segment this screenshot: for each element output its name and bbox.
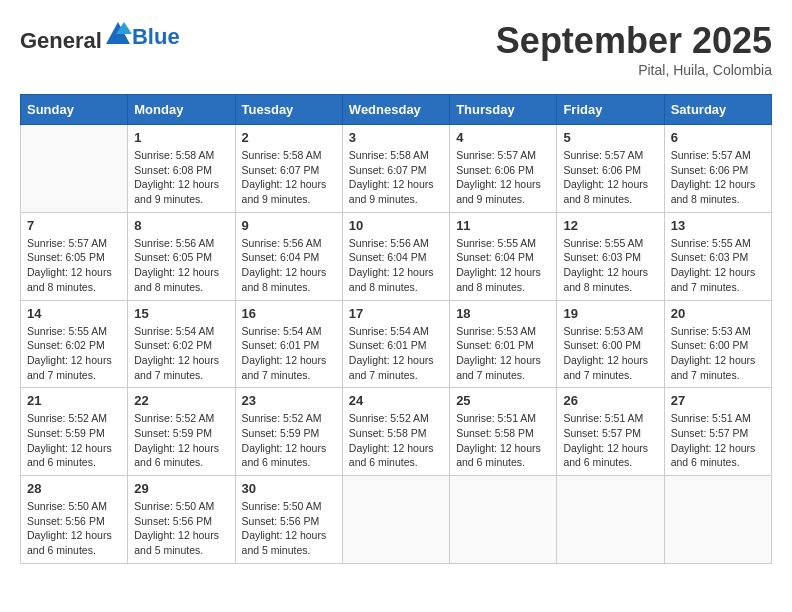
cell-info: Sunrise: 5:52 AM Sunset: 5:59 PM Dayligh…: [27, 411, 121, 470]
cell-info: Sunrise: 5:53 AM Sunset: 6:00 PM Dayligh…: [671, 324, 765, 383]
cell-info: Sunrise: 5:55 AM Sunset: 6:03 PM Dayligh…: [671, 236, 765, 295]
calendar-cell: [450, 476, 557, 564]
cell-info: Sunrise: 5:50 AM Sunset: 5:56 PM Dayligh…: [27, 499, 121, 558]
calendar-cell: 5Sunrise: 5:57 AM Sunset: 6:06 PM Daylig…: [557, 125, 664, 213]
day-number: 27: [671, 393, 765, 408]
cell-info: Sunrise: 5:57 AM Sunset: 6:05 PM Dayligh…: [27, 236, 121, 295]
calendar-cell: 12Sunrise: 5:55 AM Sunset: 6:03 PM Dayli…: [557, 212, 664, 300]
cell-info: Sunrise: 5:56 AM Sunset: 6:04 PM Dayligh…: [242, 236, 336, 295]
cell-info: Sunrise: 5:56 AM Sunset: 6:05 PM Dayligh…: [134, 236, 228, 295]
cell-info: Sunrise: 5:53 AM Sunset: 6:00 PM Dayligh…: [563, 324, 657, 383]
day-number: 29: [134, 481, 228, 496]
calendar-cell: 10Sunrise: 5:56 AM Sunset: 6:04 PM Dayli…: [342, 212, 449, 300]
day-number: 6: [671, 130, 765, 145]
cell-info: Sunrise: 5:57 AM Sunset: 6:06 PM Dayligh…: [563, 148, 657, 207]
day-number: 4: [456, 130, 550, 145]
day-number: 22: [134, 393, 228, 408]
day-number: 15: [134, 306, 228, 321]
calendar-cell: 4Sunrise: 5:57 AM Sunset: 6:06 PM Daylig…: [450, 125, 557, 213]
week-row-4: 28Sunrise: 5:50 AM Sunset: 5:56 PM Dayli…: [21, 476, 772, 564]
header-sunday: Sunday: [21, 95, 128, 125]
cell-info: Sunrise: 5:51 AM Sunset: 5:57 PM Dayligh…: [671, 411, 765, 470]
cell-info: Sunrise: 5:58 AM Sunset: 6:08 PM Dayligh…: [134, 148, 228, 207]
logo-general: General: [20, 28, 102, 53]
cell-info: Sunrise: 5:54 AM Sunset: 6:02 PM Dayligh…: [134, 324, 228, 383]
week-row-1: 7Sunrise: 5:57 AM Sunset: 6:05 PM Daylig…: [21, 212, 772, 300]
cell-info: Sunrise: 5:55 AM Sunset: 6:02 PM Dayligh…: [27, 324, 121, 383]
day-number: 13: [671, 218, 765, 233]
day-number: 16: [242, 306, 336, 321]
day-number: 19: [563, 306, 657, 321]
calendar-table: SundayMondayTuesdayWednesdayThursdayFrid…: [20, 94, 772, 564]
calendar-cell: 25Sunrise: 5:51 AM Sunset: 5:58 PM Dayli…: [450, 388, 557, 476]
page-header: General Blue September 2025 Pital, Huila…: [20, 20, 772, 78]
day-number: 28: [27, 481, 121, 496]
calendar-cell: 20Sunrise: 5:53 AM Sunset: 6:00 PM Dayli…: [664, 300, 771, 388]
week-row-3: 21Sunrise: 5:52 AM Sunset: 5:59 PM Dayli…: [21, 388, 772, 476]
day-number: 2: [242, 130, 336, 145]
day-number: 9: [242, 218, 336, 233]
cell-info: Sunrise: 5:57 AM Sunset: 6:06 PM Dayligh…: [456, 148, 550, 207]
calendar-cell: 22Sunrise: 5:52 AM Sunset: 5:59 PM Dayli…: [128, 388, 235, 476]
day-number: 23: [242, 393, 336, 408]
cell-info: Sunrise: 5:55 AM Sunset: 6:04 PM Dayligh…: [456, 236, 550, 295]
day-number: 24: [349, 393, 443, 408]
calendar-cell: 11Sunrise: 5:55 AM Sunset: 6:04 PM Dayli…: [450, 212, 557, 300]
calendar-cell: 3Sunrise: 5:58 AM Sunset: 6:07 PM Daylig…: [342, 125, 449, 213]
calendar-cell: 19Sunrise: 5:53 AM Sunset: 6:00 PM Dayli…: [557, 300, 664, 388]
calendar-cell: 27Sunrise: 5:51 AM Sunset: 5:57 PM Dayli…: [664, 388, 771, 476]
calendar-cell: [21, 125, 128, 213]
cell-info: Sunrise: 5:54 AM Sunset: 6:01 PM Dayligh…: [349, 324, 443, 383]
calendar-cell: 2Sunrise: 5:58 AM Sunset: 6:07 PM Daylig…: [235, 125, 342, 213]
month-title: September 2025: [496, 20, 772, 62]
calendar-cell: 14Sunrise: 5:55 AM Sunset: 6:02 PM Dayli…: [21, 300, 128, 388]
title-block: September 2025 Pital, Huila, Colombia: [496, 20, 772, 78]
day-number: 20: [671, 306, 765, 321]
calendar-cell: 17Sunrise: 5:54 AM Sunset: 6:01 PM Dayli…: [342, 300, 449, 388]
day-number: 17: [349, 306, 443, 321]
calendar-cell: [342, 476, 449, 564]
calendar-cell: 18Sunrise: 5:53 AM Sunset: 6:01 PM Dayli…: [450, 300, 557, 388]
week-row-2: 14Sunrise: 5:55 AM Sunset: 6:02 PM Dayli…: [21, 300, 772, 388]
cell-info: Sunrise: 5:50 AM Sunset: 5:56 PM Dayligh…: [134, 499, 228, 558]
cell-info: Sunrise: 5:55 AM Sunset: 6:03 PM Dayligh…: [563, 236, 657, 295]
day-number: 21: [27, 393, 121, 408]
day-number: 7: [27, 218, 121, 233]
header-tuesday: Tuesday: [235, 95, 342, 125]
day-number: 25: [456, 393, 550, 408]
cell-info: Sunrise: 5:51 AM Sunset: 5:58 PM Dayligh…: [456, 411, 550, 470]
day-number: 5: [563, 130, 657, 145]
day-number: 26: [563, 393, 657, 408]
header-friday: Friday: [557, 95, 664, 125]
day-number: 8: [134, 218, 228, 233]
calendar-cell: 21Sunrise: 5:52 AM Sunset: 5:59 PM Dayli…: [21, 388, 128, 476]
logo: General Blue: [20, 20, 180, 54]
day-number: 11: [456, 218, 550, 233]
calendar-cell: [557, 476, 664, 564]
header-saturday: Saturday: [664, 95, 771, 125]
calendar-cell: 15Sunrise: 5:54 AM Sunset: 6:02 PM Dayli…: [128, 300, 235, 388]
week-row-0: 1Sunrise: 5:58 AM Sunset: 6:08 PM Daylig…: [21, 125, 772, 213]
cell-info: Sunrise: 5:51 AM Sunset: 5:57 PM Dayligh…: [563, 411, 657, 470]
logo-blue: Blue: [132, 24, 180, 50]
calendar-cell: 6Sunrise: 5:57 AM Sunset: 6:06 PM Daylig…: [664, 125, 771, 213]
location: Pital, Huila, Colombia: [496, 62, 772, 78]
day-number: 3: [349, 130, 443, 145]
cell-info: Sunrise: 5:57 AM Sunset: 6:06 PM Dayligh…: [671, 148, 765, 207]
cell-info: Sunrise: 5:52 AM Sunset: 5:59 PM Dayligh…: [242, 411, 336, 470]
calendar-cell: 7Sunrise: 5:57 AM Sunset: 6:05 PM Daylig…: [21, 212, 128, 300]
day-number: 14: [27, 306, 121, 321]
cell-info: Sunrise: 5:50 AM Sunset: 5:56 PM Dayligh…: [242, 499, 336, 558]
cell-info: Sunrise: 5:58 AM Sunset: 6:07 PM Dayligh…: [242, 148, 336, 207]
cell-info: Sunrise: 5:52 AM Sunset: 5:59 PM Dayligh…: [134, 411, 228, 470]
day-number: 18: [456, 306, 550, 321]
header-monday: Monday: [128, 95, 235, 125]
calendar-cell: 29Sunrise: 5:50 AM Sunset: 5:56 PM Dayli…: [128, 476, 235, 564]
calendar-cell: 1Sunrise: 5:58 AM Sunset: 6:08 PM Daylig…: [128, 125, 235, 213]
cell-info: Sunrise: 5:56 AM Sunset: 6:04 PM Dayligh…: [349, 236, 443, 295]
calendar-cell: 8Sunrise: 5:56 AM Sunset: 6:05 PM Daylig…: [128, 212, 235, 300]
calendar-cell: 24Sunrise: 5:52 AM Sunset: 5:58 PM Dayli…: [342, 388, 449, 476]
day-number: 12: [563, 218, 657, 233]
calendar-cell: [664, 476, 771, 564]
calendar-cell: 30Sunrise: 5:50 AM Sunset: 5:56 PM Dayli…: [235, 476, 342, 564]
